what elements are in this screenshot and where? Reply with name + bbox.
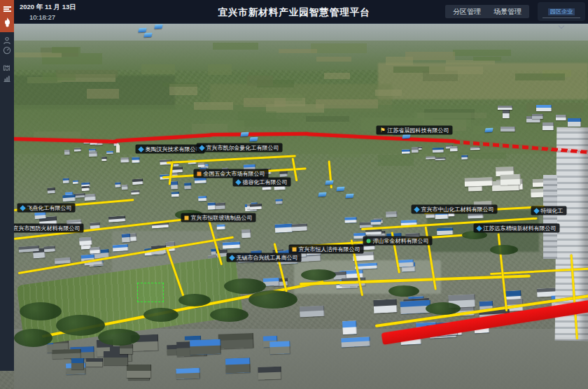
tree-canopy xyxy=(210,308,248,322)
building xyxy=(197,162,205,167)
map-company-label[interactable]: 飞燕化工有限公司 xyxy=(18,204,76,213)
park-enterprise-dropdown-label: 园区企业 xyxy=(548,8,575,15)
field-patch xyxy=(324,73,350,78)
building xyxy=(190,339,221,355)
building xyxy=(121,234,131,243)
company-marker-icon xyxy=(138,146,144,152)
company-marker-icon xyxy=(199,145,204,150)
field-patch xyxy=(316,57,351,62)
tree-canopy xyxy=(248,290,298,309)
scene-management-button[interactable]: 场景管理 xyxy=(486,5,529,18)
building xyxy=(470,147,481,150)
map-company-label[interactable]: 无锡市合兴线工具商公司 xyxy=(227,253,302,262)
vehicle-marker[interactable] xyxy=(318,192,326,197)
building xyxy=(131,190,140,194)
building xyxy=(223,242,241,249)
tree-canopy xyxy=(178,294,211,306)
building xyxy=(132,178,144,185)
building xyxy=(500,127,515,132)
gauge-icon xyxy=(3,46,11,55)
map-company-label[interactable]: 特细化工 xyxy=(531,206,567,215)
hamburger-icon xyxy=(4,6,11,13)
vehicle-marker[interactable] xyxy=(345,194,354,199)
building xyxy=(108,215,125,222)
building xyxy=(556,115,567,120)
vehicle-marker[interactable] xyxy=(154,24,162,29)
company-label-text: 江苏省晨园科技有限公司 xyxy=(388,126,449,135)
map-company-label[interactable]: 奥陶汉兴技术有限公司 xyxy=(136,145,205,154)
page-title: 宜兴市新材料产业园智慧管理平台 xyxy=(218,6,370,19)
tree-canopy xyxy=(98,329,140,346)
building xyxy=(48,188,55,193)
building xyxy=(120,344,134,354)
building xyxy=(198,196,207,201)
park-enterprise-dropdown[interactable]: 园区企业 xyxy=(538,2,585,21)
vehicle-marker[interactable] xyxy=(336,187,344,192)
building xyxy=(172,167,183,173)
map-3d-view[interactable]: 奥陶汉兴技术有限公司宜兴市凯尔金曼化工有限公司全国五金大市场有限公司德容化工有限… xyxy=(0,24,588,389)
building xyxy=(345,217,357,222)
field-patch xyxy=(52,47,80,53)
map-company-label[interactable]: 江苏远东精细新材料有限公司 xyxy=(474,224,560,233)
sidebar-item-fire[interactable] xyxy=(0,17,14,28)
building xyxy=(81,186,89,192)
building xyxy=(172,192,180,197)
vehicle-marker[interactable] xyxy=(484,128,493,133)
company-marker-icon xyxy=(293,247,297,251)
field-patch xyxy=(213,43,258,50)
sidebar-item-factory[interactable] xyxy=(0,62,14,73)
vehicle-marker[interactable] xyxy=(144,33,152,38)
field-patch xyxy=(311,43,367,53)
chevron-down-icon xyxy=(559,23,564,29)
building-cluster xyxy=(66,343,164,385)
vehicle-marker[interactable] xyxy=(240,132,248,137)
building xyxy=(122,184,128,190)
map-company-label[interactable]: 德容化工有限公司 xyxy=(233,178,291,187)
vehicle-marker[interactable] xyxy=(249,137,258,142)
map-company-label[interactable]: 宜兴市恒联玻璃制品公司 xyxy=(181,213,256,222)
company-marker-icon xyxy=(533,208,539,213)
field-patch xyxy=(238,111,277,120)
map-company-label[interactable]: 潭山常金材料有限公司 xyxy=(363,236,433,246)
field-patch xyxy=(208,64,232,75)
building xyxy=(85,194,96,201)
field-patch xyxy=(279,49,317,53)
building xyxy=(63,178,69,184)
person-icon xyxy=(3,36,11,45)
building xyxy=(426,156,436,160)
building xyxy=(89,151,97,156)
tree-canopy xyxy=(56,315,105,336)
map-company-label[interactable]: 宜兴市凯尔金曼化工有限公司 xyxy=(197,143,283,153)
building xyxy=(568,118,581,127)
building xyxy=(437,228,454,235)
field-patch xyxy=(328,150,360,157)
menu-icon[interactable] xyxy=(0,3,14,15)
sidebar-item-statistics[interactable] xyxy=(0,73,14,84)
sidebar-item-monitor[interactable] xyxy=(0,45,14,56)
company-marker-icon xyxy=(20,205,25,211)
vehicle-marker[interactable] xyxy=(138,28,146,33)
building xyxy=(275,224,293,233)
building xyxy=(62,194,75,201)
building xyxy=(373,299,398,313)
tree-canopy xyxy=(301,269,336,281)
vehicle-marker[interactable] xyxy=(402,134,410,139)
field-patch xyxy=(194,102,233,110)
building xyxy=(292,223,308,232)
company-label-text: 宜兴市国防火材料有限公司 xyxy=(13,224,80,233)
company-marker-icon xyxy=(185,215,189,220)
map-company-label[interactable]: 宜兴市中山化工材料有限公司 xyxy=(412,205,498,214)
building xyxy=(371,219,382,225)
building xyxy=(171,181,178,189)
field-patch xyxy=(453,50,512,56)
zone-management-button[interactable]: 分区管理 xyxy=(445,5,489,18)
company-label-text: 特细化工 xyxy=(541,206,564,215)
map-company-label[interactable]: ⚑江苏省晨园科技有限公司 xyxy=(376,126,452,135)
vehicle-marker[interactable] xyxy=(325,181,333,185)
map-company-label[interactable]: 宜兴市国防火材料有限公司 xyxy=(4,224,84,233)
field-patch xyxy=(162,83,199,87)
tree-canopy xyxy=(20,302,62,320)
building xyxy=(121,157,130,162)
building xyxy=(435,157,446,161)
highrise-tower xyxy=(543,175,557,259)
